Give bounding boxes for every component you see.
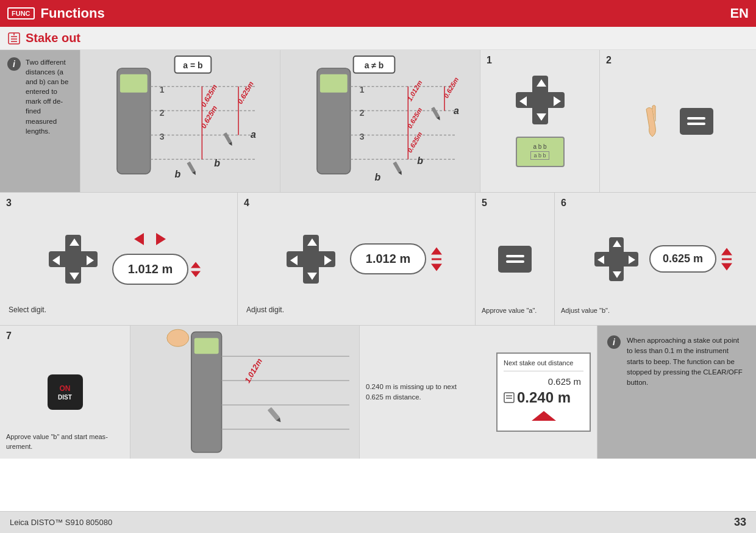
cell-step-ab-notequal: 1.012m 0.625m 0.625m 0.625m 1 2 3 a b b	[280, 50, 480, 192]
step3-label: Select digit.	[9, 305, 46, 315]
svg-text:3: 3	[160, 132, 165, 141]
vert-arrows-step3	[191, 262, 201, 277]
next-stake-label: Next stake out distance	[504, 359, 583, 371]
down-arrow-icon	[191, 271, 201, 277]
main-content: i Two different distances (a and b) can …	[0, 50, 756, 511]
step6-label: Adjust value "b".	[561, 306, 610, 315]
footer-page: 33	[734, 516, 746, 529]
step-num-3: 3	[6, 198, 12, 209]
info-cell-row1: i Two different distances (a and b) can …	[0, 50, 80, 192]
cross-pad-step1	[516, 76, 565, 124]
step4-digit-area: 1.012 m	[350, 243, 426, 274]
header-title: Functions	[41, 5, 105, 21]
row3: 7 ON DIST Approve value "b" and start me…	[0, 326, 756, 459]
cross-pad-step6	[594, 237, 638, 281]
svg-text:a: a	[251, 129, 256, 140]
step5-content	[476, 193, 554, 325]
stake-primary-value: 0.240 m	[504, 389, 583, 406]
stake-up-arrow-icon	[532, 411, 556, 421]
header-lang: EN	[730, 5, 749, 21]
header-left: FUNC Functions	[7, 5, 105, 21]
equals-button-step2	[680, 108, 713, 135]
arrow-right-icon	[156, 233, 166, 245]
on-dist-button: ON DIST	[48, 374, 83, 410]
step6-digit-area: 0.625 m	[649, 245, 716, 273]
footer: Leica DISTO™ S910 805080 33	[0, 511, 756, 533]
arrow-left-icon	[134, 233, 144, 245]
info-icon: i	[7, 57, 21, 71]
header: FUNC Functions EN	[0, 0, 756, 27]
svg-rect-31	[320, 74, 348, 93]
cell-step2: 2	[600, 50, 756, 192]
vert-arrows-step6	[721, 248, 732, 270]
stake-arrow-area	[504, 411, 583, 421]
cell-step5: 5 Approve value "a".	[476, 193, 555, 325]
footer-brand: Leica DISTO™ S910 805080	[10, 518, 112, 527]
equals-button-step5	[498, 246, 532, 273]
step9-text: 0.240 m is missing up to next 0.625 m di…	[366, 382, 463, 403]
cross-pad-step4	[287, 235, 335, 284]
step-num-4: 4	[244, 198, 249, 209]
step7-label: Approve value "b" and start meas­ uremen…	[6, 432, 130, 451]
info-final-content: i When approaching a stake out point to …	[607, 335, 746, 449]
sub-header: Stake out	[0, 27, 756, 50]
cell-step-info-final: i When approaching a stake out point to …	[597, 326, 756, 459]
svg-text:b: b	[417, 156, 423, 166]
stake-out-display: Next stake out distance 0.625 m 0.240 m	[496, 352, 591, 432]
cell-step9: 0.240 m is missing up to next 0.625 m di…	[360, 326, 597, 459]
illus-ab-notequal: 1.012m 0.625m 0.625m 0.625m 1 2 3 a b b	[280, 50, 480, 192]
svg-text:b: b	[375, 172, 381, 182]
svg-text:1: 1	[160, 85, 165, 95]
info-final-text: When approaching a stake out point to le…	[627, 335, 746, 388]
info-text: Two different distances (a and b) can be…	[26, 57, 73, 136]
cell-step8: 8 1.012m	[130, 326, 360, 459]
digit-display-step6: 0.625 m	[649, 245, 716, 273]
svg-text:b: b	[214, 158, 220, 168]
hand-icon-step2	[643, 103, 661, 140]
cell-step7: 7 ON DIST Approve value "b" and start me…	[0, 326, 130, 459]
step5-label: Approve value "a".	[482, 306, 537, 315]
svg-text:a = b: a = b	[183, 60, 202, 70]
func-badge: FUNC	[7, 7, 35, 20]
mid-line-icon	[432, 258, 441, 260]
stake-out-icon	[7, 32, 21, 45]
step2-content	[600, 50, 756, 192]
cell-step4: 4 1.012 m	[238, 193, 476, 325]
up-arrow-icon-6	[721, 248, 732, 255]
svg-rect-65	[504, 393, 514, 402]
cell-step3: 3 1.012 m	[0, 193, 238, 325]
digit-display-step4: 1.012 m	[350, 243, 426, 274]
sub-header-title: Stake out	[26, 31, 80, 45]
step-num-6: 6	[561, 198, 566, 209]
up-arrow-icon-4	[431, 247, 442, 254]
horiz-arrows-row	[134, 233, 166, 245]
step4-label: Adjust digit.	[246, 305, 284, 315]
up-arrow-icon	[191, 262, 201, 268]
mini-display-1: a b b a b b	[516, 137, 565, 167]
vert-arrows-step4	[431, 247, 442, 271]
svg-text:b: b	[175, 169, 181, 179]
step-num-1: 1	[487, 55, 492, 66]
down-arrow-icon-6	[721, 263, 732, 270]
cell-step-ab-equal: 0.625m 0.625m 0.625m 1 2 3 a b b	[80, 50, 280, 192]
info-icon-final: i	[607, 335, 621, 349]
svg-text:a ≠ b: a ≠ b	[365, 60, 384, 70]
svg-text:2: 2	[160, 108, 165, 118]
step-num-7: 7	[6, 331, 12, 342]
svg-text:3: 3	[360, 132, 365, 141]
stake-small-icon	[504, 392, 515, 403]
mid-line-icon-6	[722, 258, 732, 260]
stake-secondary-value: 0.625 m	[504, 376, 583, 387]
step8-illustration: 1.012m	[130, 326, 359, 459]
svg-rect-56	[194, 338, 219, 354]
svg-rect-54	[130, 326, 359, 458]
row2: 3 1.012 m	[0, 193, 756, 326]
step-num-2: 2	[606, 55, 612, 66]
step-num-5: 5	[482, 198, 487, 209]
svg-point-64	[167, 329, 189, 346]
illus-step8: 1.012m	[130, 326, 359, 459]
svg-text:2: 2	[360, 108, 365, 118]
step6-content: 0.625 m	[555, 193, 756, 325]
row1: i Two different distances (a and b) can …	[0, 50, 756, 193]
digit-display-step3: 1.012 m	[112, 254, 188, 285]
